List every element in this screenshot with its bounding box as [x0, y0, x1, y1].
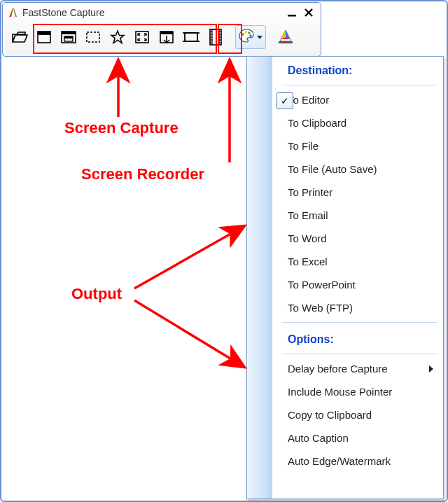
svg-rect-2 — [288, 15, 296, 17]
svg-rect-10 — [64, 36, 73, 39]
menu-item-label: To Editor — [288, 94, 329, 106]
capture-full-screen-button[interactable] — [131, 25, 153, 49]
menu-separator — [282, 322, 438, 323]
svg-point-34 — [248, 32, 250, 34]
menu-item-label: To Web (FTP) — [288, 302, 353, 314]
menu-item-to-powerpoint[interactable]: To PowerPoint — [272, 273, 443, 296]
menu-item-auto-caption[interactable]: Auto Caption — [272, 426, 443, 449]
menu-item-delay-before-capture[interactable]: Delay before Capture — [272, 357, 443, 380]
capture-rectangle-button[interactable] — [82, 25, 104, 49]
menu-separator — [282, 354, 438, 354]
menu-item-include-mouse-pointer[interactable]: Include Mouse Pointer — [272, 380, 443, 403]
output-settings-button[interactable] — [235, 25, 266, 49]
menu-item-label: To Excel — [288, 256, 328, 267]
menu-item-label: To File — [288, 140, 318, 152]
capture-active-window-button[interactable] — [33, 25, 55, 49]
capture-freehand-button[interactable] — [106, 25, 129, 49]
capture-scrolling-button[interactable] — [155, 25, 178, 49]
menu-item-auto-edge-watermark[interactable]: Auto Edge/Watermark — [272, 449, 443, 473]
svg-point-32 — [241, 33, 244, 35]
close-button[interactable] — [301, 6, 316, 19]
menu-item-label: Include Mouse Pointer — [288, 386, 392, 398]
svg-line-45 — [134, 300, 243, 366]
menu-item-label: Auto Caption — [288, 432, 349, 444]
menu-item-label: To Email — [288, 209, 328, 221]
menu-item-copy-to-clipboard[interactable]: Copy to Clipboard — [272, 403, 443, 426]
menu-item-label: To Printer — [288, 186, 332, 198]
dropdown-arrow-icon — [257, 36, 262, 39]
svg-point-33 — [244, 31, 246, 33]
menu-item-label: To PowerPoint — [288, 279, 356, 291]
menu-item-label: To Word — [288, 232, 327, 244]
menu-item-to-word[interactable]: To Word — [272, 227, 443, 250]
palette-icon — [239, 29, 254, 46]
open-file-button[interactable] — [8, 25, 31, 49]
annotation-label-capture: Screen Capture — [64, 119, 178, 137]
menu-item-to-file-autosave[interactable]: To File (Auto Save) — [272, 158, 443, 181]
menu-item-label: Auto Edge/Watermark — [288, 455, 391, 467]
annotation-label-output: Output — [71, 285, 122, 303]
menu-item-to-editor[interactable]: ✓ To Editor — [272, 88, 443, 111]
menu-gutter — [247, 57, 272, 498]
capture-window-object-button[interactable] — [57, 25, 80, 49]
menu-item-to-file[interactable]: To File — [272, 134, 443, 158]
capture-fixed-region-button[interactable] — [180, 25, 202, 49]
menu-item-to-web-ftp[interactable]: To Web (FTP) — [272, 296, 443, 319]
annotation-label-recorder: Screen Recorder — [81, 165, 204, 183]
menu-item-label: Delay before Capture — [288, 363, 388, 375]
svg-rect-15 — [160, 32, 173, 34]
svg-marker-0 — [9, 8, 13, 17]
svg-rect-11 — [87, 32, 99, 42]
minimize-button[interactable] — [284, 6, 300, 19]
svg-marker-1 — [13, 8, 17, 17]
toolbar — [3, 22, 321, 53]
menu-item-label: Copy to Clipboard — [288, 409, 372, 421]
svg-point-35 — [249, 34, 251, 36]
svg-marker-12 — [111, 31, 124, 43]
menu-header-destination: Destination: — [272, 57, 443, 82]
app-title: FastStone Capture — [22, 7, 283, 18]
svg-rect-16 — [185, 33, 197, 41]
screen-draw-button[interactable] — [274, 25, 297, 49]
svg-rect-13 — [136, 32, 148, 43]
screen-recorder-button[interactable] — [204, 25, 227, 49]
submenu-arrow-icon — [429, 365, 433, 372]
menu-item-to-excel[interactable]: To Excel — [272, 250, 443, 273]
svg-rect-6 — [38, 32, 50, 35]
titlebar: FastStone Capture — [3, 3, 321, 22]
svg-rect-40 — [279, 41, 293, 43]
check-icon: ✓ — [276, 92, 293, 109]
menu-item-to-printer[interactable]: To Printer — [272, 181, 443, 204]
menu-item-label: To Clipboard — [288, 117, 346, 129]
menu-item-to-email[interactable]: To Email — [272, 204, 443, 227]
menu-item-label: To File (Auto Save) — [288, 163, 377, 175]
output-dropdown-menu: Destination: ✓ To Editor To Clipboard To… — [246, 56, 444, 499]
menu-header-options: Options: — [272, 326, 443, 351]
svg-rect-8 — [62, 32, 76, 34]
menu-item-to-clipboard[interactable]: To Clipboard — [272, 111, 443, 134]
svg-line-44 — [134, 227, 243, 288]
app-icon — [7, 7, 18, 18]
app-window: FastStone Capture — [2, 2, 321, 57]
menu-separator — [282, 85, 438, 85]
